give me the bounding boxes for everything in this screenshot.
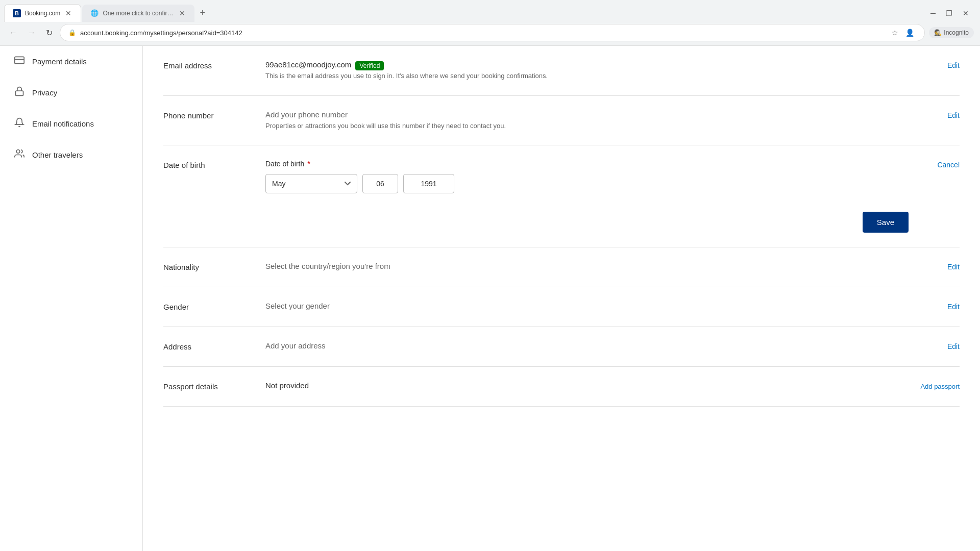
year-input[interactable] bbox=[403, 174, 454, 193]
tab-confirm-close[interactable]: ✕ bbox=[178, 9, 186, 18]
email-address-actions: Edit bbox=[919, 60, 960, 69]
month-select[interactable]: January February March April May June Ju… bbox=[265, 174, 357, 193]
svg-rect-2 bbox=[16, 91, 23, 95]
tab-confirm[interactable]: 🌐 One more click to confirm your ✕ bbox=[82, 5, 194, 22]
save-button[interactable]: Save bbox=[863, 212, 909, 233]
gender-body: Select your gender bbox=[265, 302, 909, 312]
address-actions: Edit bbox=[919, 341, 960, 350]
sidebar-other-travelers-label: Other travelers bbox=[32, 151, 83, 159]
passport-actions: Add passport bbox=[919, 381, 960, 390]
phone-number-body: Add your phone number Properties or attr… bbox=[265, 110, 909, 131]
browser-chrome: B Booking.com ✕ 🌐 One more click to conf… bbox=[0, 0, 980, 46]
address-section: Address Add your address Edit bbox=[163, 327, 960, 367]
tab-booking[interactable]: B Booking.com ✕ bbox=[4, 4, 81, 22]
phone-number-actions: Edit bbox=[919, 110, 960, 119]
gender-actions: Edit bbox=[919, 302, 960, 311]
passport-label: Passport details bbox=[163, 381, 255, 391]
cancel-link[interactable]: Cancel bbox=[937, 161, 960, 169]
address-text: account.booking.com/mysettings/personal?… bbox=[80, 29, 242, 37]
address-edit-link[interactable]: Edit bbox=[947, 342, 960, 350]
email-row: 99ae81cc@moodjoy.com Verified bbox=[265, 60, 909, 71]
sidebar-email-notifications-label: Email notifications bbox=[32, 119, 94, 128]
address-actions: ☆ 👤 bbox=[890, 28, 916, 38]
bookmark-icon[interactable]: ☆ bbox=[890, 28, 900, 38]
email-address-label: Email address bbox=[163, 60, 255, 70]
passport-section: Passport details Not provided Add passpo… bbox=[163, 367, 960, 407]
email-value: 99ae81cc@moodjoy.com bbox=[265, 60, 351, 69]
sidebar-item-payment[interactable]: Payment details bbox=[0, 46, 142, 77]
forward-button[interactable]: → bbox=[24, 26, 39, 39]
sidebar-privacy-label: Privacy bbox=[32, 88, 57, 97]
booking-favicon: B bbox=[13, 9, 21, 17]
confirm-favicon: 🌐 bbox=[90, 9, 99, 17]
tab-bar: B Booking.com ✕ 🌐 One more click to conf… bbox=[0, 0, 980, 22]
address-label: Address bbox=[163, 341, 255, 351]
nationality-label: Nationality bbox=[163, 262, 255, 271]
incognito-badge: 🕵 Incognito bbox=[929, 27, 974, 38]
dob-label-row: Date of birth * bbox=[265, 160, 909, 168]
email-edit-link[interactable]: Edit bbox=[947, 61, 960, 69]
sidebar-item-other-travelers[interactable]: Other travelers bbox=[0, 139, 142, 170]
close-button[interactable]: ✕ bbox=[960, 8, 972, 18]
phone-number-section: Phone number Add your phone number Prope… bbox=[163, 96, 960, 146]
address-body: Add your address bbox=[265, 341, 909, 352]
incognito-icon: 🕵 bbox=[934, 29, 942, 36]
bell-icon bbox=[14, 117, 25, 130]
address-bar[interactable]: 🔒 account.booking.com/mysettings/persona… bbox=[60, 24, 925, 41]
save-btn-row: Save bbox=[265, 202, 909, 233]
profile-icon[interactable]: 👤 bbox=[903, 28, 916, 38]
minimize-button[interactable]: ─ bbox=[927, 8, 939, 18]
incognito-label: Incognito bbox=[944, 29, 969, 36]
page-layout: Payment details Privacy Email notificati… bbox=[0, 46, 980, 551]
passport-body: Not provided bbox=[265, 381, 909, 392]
main-content: Email address 99ae81cc@moodjoy.com Verif… bbox=[143, 46, 980, 551]
svg-rect-0 bbox=[15, 57, 24, 63]
dob-actions: Cancel bbox=[919, 160, 960, 169]
nationality-section: Nationality Select the country/region yo… bbox=[163, 247, 960, 287]
sidebar-item-email-notifications[interactable]: Email notifications bbox=[0, 108, 142, 139]
date-of-birth-label: Date of birth bbox=[163, 160, 255, 169]
gender-section: Gender Select your gender Edit bbox=[163, 287, 960, 327]
svg-point-3 bbox=[16, 150, 20, 154]
back-button[interactable]: ← bbox=[6, 26, 20, 39]
gender-value: Select your gender bbox=[265, 302, 909, 310]
payment-icon bbox=[14, 55, 25, 68]
add-passport-link[interactable]: Add passport bbox=[920, 383, 960, 390]
sidebar: Payment details Privacy Email notificati… bbox=[0, 46, 143, 551]
window-controls: ─ ❐ ✕ bbox=[927, 8, 976, 18]
verified-badge: Verified bbox=[355, 61, 384, 70]
passport-value: Not provided bbox=[265, 381, 909, 390]
day-input[interactable] bbox=[362, 174, 398, 193]
email-address-section: Email address 99ae81cc@moodjoy.com Verif… bbox=[163, 46, 960, 96]
tab-booking-close[interactable]: ✕ bbox=[64, 9, 72, 18]
sidebar-item-privacy[interactable]: Privacy bbox=[0, 77, 142, 108]
reload-button[interactable]: ↻ bbox=[43, 26, 56, 40]
tab-confirm-label: One more click to confirm your bbox=[103, 10, 174, 17]
nationality-body: Select the country/region you're from bbox=[265, 262, 909, 272]
lock-icon: 🔒 bbox=[68, 29, 76, 36]
privacy-icon bbox=[14, 86, 25, 99]
date-of-birth-body: Date of birth * January February March A… bbox=[265, 160, 909, 233]
maximize-button[interactable]: ❐ bbox=[943, 8, 955, 18]
gender-edit-link[interactable]: Edit bbox=[947, 303, 960, 311]
dob-field-label: Date of birth bbox=[265, 160, 304, 168]
nationality-edit-link[interactable]: Edit bbox=[947, 263, 960, 271]
address-value: Add your address bbox=[265, 341, 909, 350]
email-address-body: 99ae81cc@moodjoy.com Verified This is th… bbox=[265, 60, 909, 81]
phone-description: Properties or attractions you book will … bbox=[265, 121, 909, 131]
nationality-value: Select the country/region you're from bbox=[265, 262, 909, 270]
new-tab-button[interactable]: + bbox=[195, 6, 209, 20]
date-of-birth-section: Date of birth Date of birth * January Fe… bbox=[163, 145, 960, 247]
travelers-icon bbox=[14, 148, 25, 161]
tab-booking-label: Booking.com bbox=[25, 10, 60, 17]
phone-placeholder: Add your phone number bbox=[265, 110, 909, 119]
gender-label: Gender bbox=[163, 302, 255, 311]
required-star: * bbox=[307, 160, 310, 168]
dob-inputs: January February March April May June Ju… bbox=[265, 174, 909, 193]
phone-edit-link[interactable]: Edit bbox=[947, 111, 960, 119]
sidebar-payment-label: Payment details bbox=[32, 57, 87, 66]
address-bar-row: ← → ↻ 🔒 account.booking.com/mysettings/p… bbox=[0, 22, 980, 45]
nationality-actions: Edit bbox=[919, 262, 960, 271]
email-description: This is the email address you use to sig… bbox=[265, 71, 909, 81]
phone-number-label: Phone number bbox=[163, 110, 255, 120]
